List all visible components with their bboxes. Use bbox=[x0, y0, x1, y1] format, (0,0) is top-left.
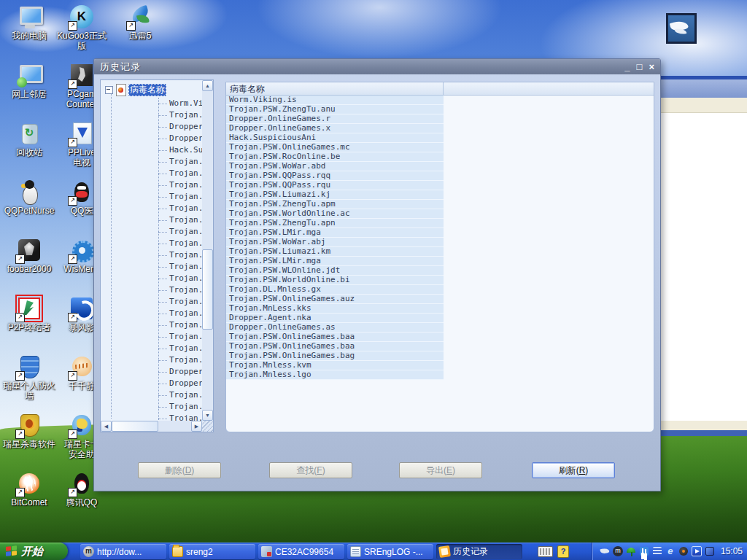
desktop-icon-kugoo3[interactable]: ↗KuGoo3正式版 bbox=[55, 4, 108, 51]
desktop-icon-qqpetnurse[interactable]: QQPetNurse bbox=[3, 179, 55, 216]
export-button[interactable]: 导出(E) bbox=[399, 462, 482, 478]
list-header-empty[interactable] bbox=[444, 82, 654, 95]
tree-item[interactable]: Trojan.PSW.ZhengTu.anu bbox=[101, 109, 203, 121]
task-history[interactable]: 历史记录 bbox=[436, 544, 522, 559]
shortcut-arrow-icon: ↗ bbox=[15, 488, 25, 497]
close-icon[interactable]: × bbox=[649, 61, 654, 74]
delete-button[interactable]: 删除(D) bbox=[138, 462, 221, 478]
tree-collapse-icon[interactable] bbox=[105, 86, 113, 94]
foobar-icon: ↗ bbox=[17, 238, 42, 262]
scroll-down-icon[interactable]: ▼ bbox=[202, 410, 213, 421]
desktop-icon-label: 我的电脑 bbox=[3, 31, 55, 41]
ie-tray-icon[interactable] bbox=[665, 546, 676, 556]
scroll-left-icon[interactable]: ◀ bbox=[101, 421, 112, 432]
tree-item[interactable]: Dropper.OnlineGames.r bbox=[101, 121, 203, 133]
scroll-right-icon[interactable]: ▶ bbox=[191, 421, 202, 432]
tree-item[interactable]: Trojan.DL.Mnless.gx bbox=[101, 331, 203, 343]
play-tray-icon[interactable] bbox=[692, 546, 702, 556]
qqpet-icon bbox=[17, 179, 42, 204]
list-header-row: 病毒名称 bbox=[226, 82, 654, 96]
desktop-icon-label: QQPetNurse bbox=[3, 206, 55, 216]
rav-icon: ↗ bbox=[17, 413, 42, 438]
tree-item[interactable]: Trojan.PSW.WLOnline.jdt bbox=[101, 308, 203, 319]
desktop-icon-recycle-bin[interactable]: 回收站 bbox=[3, 121, 55, 158]
virus-list-panel: 病毒名称 Worm.Viking.isTrojan.PSW.ZhengTu.an… bbox=[225, 82, 654, 432]
speaker-tray-icon[interactable] bbox=[678, 546, 689, 556]
desktop-icon-p2p-terminator[interactable]: ↗P2P终结者 bbox=[3, 296, 55, 332]
desktop-icon-label: 腾讯QQ bbox=[55, 497, 108, 508]
tree-root-label[interactable]: 病毒名称 bbox=[128, 84, 166, 96]
display-tray-icon[interactable] bbox=[705, 546, 715, 556]
shortcut-arrow-icon: ↗ bbox=[68, 429, 77, 439]
shortcut-arrow-icon: ↗ bbox=[15, 429, 25, 439]
keyboard-icon[interactable] bbox=[538, 546, 553, 557]
help-icon[interactable]: ? bbox=[557, 545, 569, 558]
desktop-icon-label: BitComet bbox=[3, 497, 55, 508]
task-sreng2-folder[interactable]: sreng2 bbox=[169, 544, 255, 559]
tree-item[interactable]: Trojan.PSW.LMir.mga bbox=[101, 261, 203, 273]
tree-item[interactable]: Dropper.OnlineGames.x bbox=[101, 133, 203, 144]
tree-item[interactable]: Hack.SuspiciousAni bbox=[101, 144, 203, 156]
tree-item[interactable]: Trojan.PSW.OnlineGames.baa bbox=[101, 401, 203, 413]
tree-vertical-scrollbar[interactable]: ▲ ▼ bbox=[202, 80, 213, 421]
tree-item[interactable]: Trojan.PSW.ZhengTu.apn bbox=[101, 249, 203, 261]
tree-item[interactable]: Worm.Viking.is bbox=[101, 98, 203, 109]
qq-icon: ↗ bbox=[69, 471, 94, 496]
desktop-icon-bitcomet[interactable]: ↗BitComet bbox=[3, 471, 55, 508]
tree-item[interactable]: Trojan.PSW.LMir.mga bbox=[101, 296, 203, 308]
tree-horizontal-scrollbar[interactable]: ◀ ▶ bbox=[101, 421, 202, 432]
scroll-up-icon[interactable]: ▲ bbox=[202, 80, 213, 91]
tree-item[interactable]: Trojan.PSW.RocOnline.be bbox=[101, 168, 203, 179]
tree-item[interactable]: Trojan.PSW.QQPass.rqq bbox=[101, 191, 203, 203]
tree-item[interactable]: Trojan.PSW.WorldOnline.bi bbox=[101, 319, 203, 331]
desktop-icon-thunder5[interactable]: ↗迅雷5 bbox=[114, 4, 166, 41]
tree-item[interactable]: Trojan.PSW.WorldOnline.ac bbox=[101, 238, 203, 249]
dialog-titlebar[interactable]: 历史记录 _ □ × bbox=[94, 59, 660, 74]
shortcut-arrow-icon: ↗ bbox=[15, 371, 25, 381]
tree-item[interactable]: Trojan.PSW.QQPass.rqu bbox=[101, 203, 203, 214]
refresh-button[interactable]: 刷新(R) bbox=[532, 462, 615, 478]
desktop-icon-rising-antivirus[interactable]: ↗瑞星杀毒软件 bbox=[3, 413, 55, 449]
windows-flag-icon bbox=[6, 545, 18, 557]
maxthon-task-icon bbox=[83, 546, 94, 557]
list-header-virus-name[interactable]: 病毒名称 bbox=[226, 82, 444, 95]
tree-item[interactable]: Trojan.PSW.Liumazi.kj bbox=[101, 214, 203, 226]
find-button[interactable]: 查找(F) bbox=[269, 462, 352, 478]
desktop-icon-rising-firewall[interactable]: ↗瑞星个人防火墙 bbox=[3, 354, 55, 401]
desktop-icon-foobar2000[interactable]: ↗foobar2000 bbox=[3, 238, 55, 274]
list-row[interactable]: Trojan.Mnless.lgo bbox=[226, 370, 444, 380]
tree-item[interactable]: Dropper.OnlineGames.as bbox=[101, 378, 203, 389]
resize-grip-icon[interactable] bbox=[202, 421, 213, 432]
shortcut-arrow-icon: ↗ bbox=[68, 138, 77, 147]
desktop-icon-network-places[interactable]: 网上邻居 bbox=[3, 63, 55, 99]
kugoo-icon: ↗ bbox=[69, 4, 94, 29]
tree-hscroll-thumb[interactable] bbox=[112, 421, 158, 432]
firewall-tray-icon[interactable] bbox=[652, 546, 662, 556]
tree-item[interactable]: Trojan.PSW.ZhengTu.apm bbox=[101, 226, 203, 238]
tree-item[interactable]: Trojan.MnLess.kks bbox=[101, 354, 203, 366]
rising-umbrella-tray-icon[interactable] bbox=[626, 546, 636, 556]
tree-item[interactable]: Trojan.PSW.WoWar.abd bbox=[101, 179, 203, 191]
shortcut-arrow-icon: ↗ bbox=[15, 254, 25, 264]
task-browser[interactable]: http://dow... bbox=[80, 544, 166, 559]
tree-item[interactable]: Trojan.PSW.WoWar.abj bbox=[101, 273, 203, 284]
desktop-icon-my-computer[interactable]: 我的电脑 bbox=[3, 4, 55, 41]
start-button[interactable]: 开始 bbox=[0, 542, 68, 560]
tree-item[interactable]: Trojan.PSW.Liumazi.km bbox=[101, 284, 203, 296]
background-window-bottom-edge bbox=[660, 430, 747, 436]
maxthon-tray-icon[interactable] bbox=[613, 546, 623, 556]
tree-vscroll-thumb[interactable] bbox=[202, 249, 213, 330]
tree-item[interactable]: Dropper.Agent.nka bbox=[101, 366, 203, 378]
thunder-tray-icon[interactable] bbox=[600, 546, 610, 556]
minimize-icon[interactable]: _ bbox=[624, 61, 630, 74]
maximize-icon[interactable]: □ bbox=[637, 61, 643, 74]
tree-item[interactable]: Trojan.PSW.OnlineGames.auz bbox=[101, 343, 203, 354]
task-ce32ac99654[interactable]: CE32AC99654 bbox=[258, 544, 344, 559]
tree-item[interactable]: Trojan.PSW.OnlineGames.baa bbox=[101, 389, 203, 401]
music-tray-icon[interactable] bbox=[639, 546, 649, 556]
task-srenglog[interactable]: SREngLOG -... bbox=[347, 544, 433, 559]
tree-root-node[interactable]: 病毒名称 bbox=[105, 84, 166, 96]
thunder-float-icon[interactable] bbox=[666, 13, 697, 44]
tree-item[interactable]: Trojan.PSW.OnlineGames.mc bbox=[101, 156, 203, 168]
background-window-addressbar bbox=[660, 98, 747, 113]
